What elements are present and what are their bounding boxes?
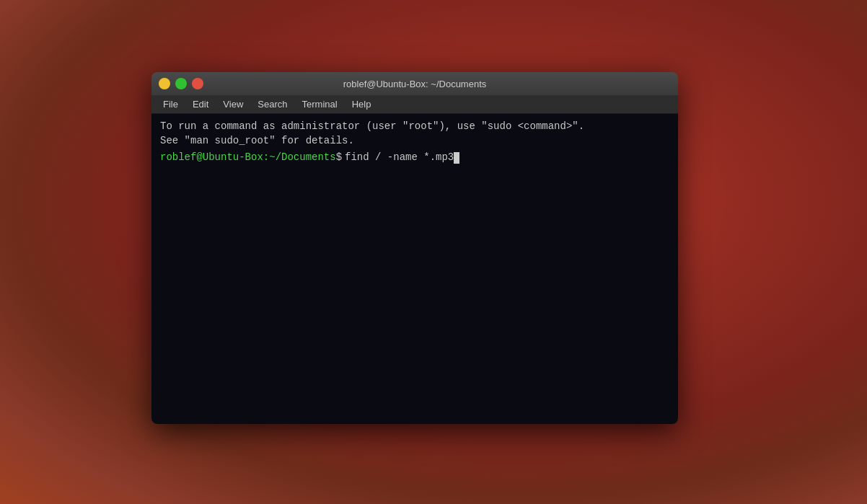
prompt-dollar: $	[336, 151, 342, 165]
info-line-2: See "man sudo_root" for details.	[160, 134, 669, 149]
minimize-button[interactable]	[159, 78, 170, 89]
menu-edit[interactable]: Edit	[187, 97, 214, 112]
close-button[interactable]	[192, 78, 203, 89]
terminal-window[interactable]: roblef@Ubuntu-Box: ~/Documents File Edit…	[151, 72, 678, 424]
menu-file[interactable]: File	[157, 97, 184, 112]
menu-help[interactable]: Help	[346, 97, 377, 112]
window-controls	[159, 78, 203, 89]
menu-search[interactable]: Search	[252, 97, 293, 112]
menu-view[interactable]: View	[217, 97, 249, 112]
title-bar: roblef@Ubuntu-Box: ~/Documents	[151, 72, 678, 95]
empty-terminal-space	[160, 165, 669, 417]
window-title: roblef@Ubuntu-Box: ~/Documents	[343, 79, 487, 89]
prompt-command: find / -name *.mp3	[345, 151, 454, 165]
terminal-body[interactable]: To run a command as administrator (user …	[151, 114, 678, 424]
menu-terminal[interactable]: Terminal	[296, 97, 343, 112]
menu-bar: File Edit View Search Terminal Help	[151, 95, 678, 114]
maximize-button[interactable]	[175, 78, 187, 89]
prompt-user: roblef@Ubuntu-Box:~/Documents	[160, 151, 336, 165]
cursor	[454, 152, 459, 164]
prompt-line: roblef@Ubuntu-Box:~/Documents $ find / -…	[160, 151, 669, 165]
info-line-1: To run a command as administrator (user …	[160, 120, 669, 134]
